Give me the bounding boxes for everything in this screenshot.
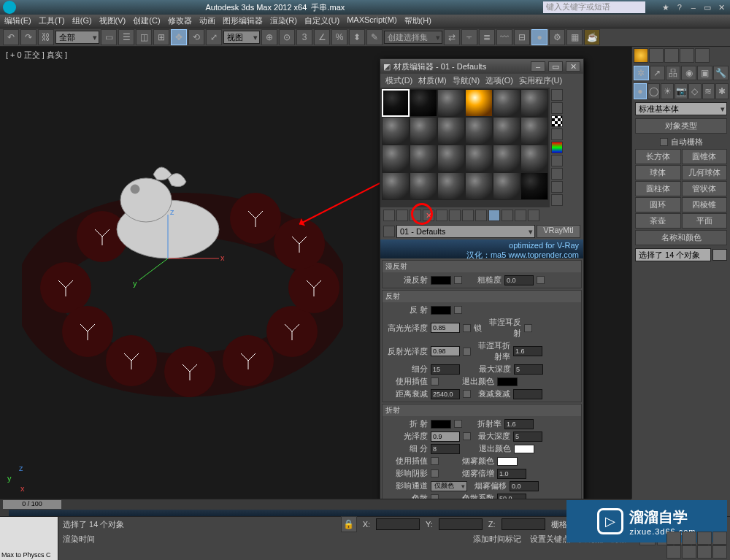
cameras-cat-icon[interactable]: 📷	[675, 83, 688, 99]
y-field[interactable]	[439, 518, 483, 530]
sphere-button[interactable]: 球体	[635, 165, 681, 180]
sample-slot[interactable]	[493, 145, 520, 172]
affect-channels-dropdown[interactable]: 仅颜色	[431, 481, 467, 491]
time-slider[interactable]: 0 / 100	[3, 500, 61, 509]
sample-slot[interactable]	[437, 89, 465, 117]
object-name-field[interactable]: 选择了 14 个对象	[635, 248, 711, 261]
put-to-library-icon[interactable]	[462, 210, 474, 221]
sample-slot[interactable]	[382, 89, 410, 117]
snap3d-icon[interactable]: 3	[296, 29, 312, 45]
roughness-map-slot[interactable]	[537, 276, 545, 284]
reflect-map-slot[interactable]	[454, 306, 462, 314]
sample-slot[interactable]	[493, 89, 520, 117]
modify-tab-icon[interactable]: ↗	[650, 66, 665, 80]
ior-spinner[interactable]: 1.6	[504, 419, 534, 429]
lights-cat-icon[interactable]: ☀	[661, 83, 674, 99]
tube-button[interactable]: 管状体	[682, 181, 728, 196]
material-id-icon[interactable]	[475, 210, 487, 221]
undo-icon[interactable]: ↶	[3, 29, 19, 45]
menu-view[interactable]: 视图(V)	[96, 15, 129, 28]
make-unique-icon[interactable]	[449, 210, 461, 221]
shelf-icon[interactable]	[695, 48, 710, 63]
material-name-field[interactable]: 01 - Defaults	[396, 225, 535, 238]
menu-animation[interactable]: 动画	[196, 15, 218, 28]
reflect-swatch[interactable]	[431, 306, 451, 315]
fresnel-check[interactable]	[524, 324, 532, 332]
fresnel-ior-spinner[interactable]: 1.6	[513, 346, 542, 356]
get-material-icon[interactable]	[383, 210, 395, 221]
fog-mult-spinner[interactable]: 1.0	[497, 469, 526, 479]
menu-tools[interactable]: 工具(T)	[36, 15, 68, 28]
schematic-icon[interactable]: ⊟	[514, 29, 530, 45]
refr-gloss-spinner[interactable]: 0.9	[431, 431, 460, 442]
geometry-type-dropdown[interactable]: 标准基本体	[635, 102, 727, 115]
sample-type-icon[interactable]	[551, 89, 563, 101]
refr-interp-check[interactable]	[431, 457, 439, 465]
window-crossing-icon[interactable]: ⊞	[153, 29, 169, 45]
show-map-icon[interactable]	[488, 210, 500, 221]
sample-slot[interactable]	[520, 172, 548, 200]
named-selset-dropdown[interactable]: 创建选择集	[384, 31, 442, 44]
refr-maxdepth-spinner[interactable]: 5	[513, 431, 542, 442]
minimize-icon[interactable]: –	[688, 3, 699, 12]
menu-maxscript[interactable]: MAXScript(M)	[344, 15, 399, 28]
diffuse-swatch[interactable]	[431, 276, 451, 285]
show-end-result-icon[interactable]	[502, 210, 513, 221]
maxscript-listener[interactable]: Max to Physcs C	[0, 517, 58, 560]
sample-slot[interactable]	[410, 145, 437, 172]
cone-button[interactable]: 圆锥体	[682, 149, 728, 164]
sample-slot[interactable]	[520, 145, 548, 172]
sample-slot[interactable]	[493, 172, 520, 200]
reflect-rollout-header[interactable]: 反射	[383, 291, 581, 302]
menu-rendering[interactable]: 渲染(R)	[267, 15, 300, 28]
fog-bias-spinner[interactable]: 0.0	[510, 481, 539, 491]
close-icon[interactable]: ✕	[715, 3, 727, 12]
material-editor-icon[interactable]: ●	[531, 29, 548, 45]
shelf-icon[interactable]	[664, 48, 679, 63]
object-color-swatch[interactable]	[712, 249, 727, 261]
sample-slot[interactable]	[520, 89, 548, 117]
snap-icon[interactable]: ⊙	[279, 29, 295, 45]
hierarchy-tab-icon[interactable]: 品	[666, 66, 681, 80]
affect-shadows-check[interactable]	[431, 469, 439, 477]
backlight-icon[interactable]	[551, 102, 563, 114]
pivot-icon[interactable]: ⊕	[261, 29, 277, 45]
selection-filter-dropdown[interactable]: 全部	[55, 31, 99, 44]
fog-color-swatch[interactable]	[497, 457, 518, 466]
dim-falloff-spinner[interactable]	[513, 389, 542, 399]
material-map-nav-icon[interactable]	[551, 194, 563, 206]
name-color-rollout[interactable]: 名称和颜色	[635, 230, 727, 245]
maximize-icon[interactable]: ▭	[548, 61, 563, 72]
lock-selection-icon[interactable]: 🔒	[341, 516, 357, 532]
box-button[interactable]: 长方体	[635, 149, 681, 164]
mirror-icon[interactable]: ⇄	[444, 29, 460, 45]
material-type-button[interactable]: VRayMtl	[537, 225, 580, 238]
refsys-dropdown[interactable]: 视图	[223, 31, 260, 44]
create-tab-icon[interactable]: ✲	[634, 66, 649, 80]
go-parent-icon[interactable]	[515, 210, 526, 221]
help-search-input[interactable]: 键入关键字或短语	[543, 1, 645, 13]
gloss-map-slot[interactable]	[463, 324, 471, 332]
light-lister-icon[interactable]	[634, 48, 648, 63]
sample-slot[interactable]	[382, 172, 410, 200]
shelf-icon[interactable]	[649, 48, 664, 63]
curve-editor-icon[interactable]: 〰	[496, 29, 512, 45]
me-menu-material[interactable]: 材质(M)	[416, 75, 449, 86]
layers-icon[interactable]: ≣	[479, 29, 495, 45]
material-editor-titlebar[interactable]: ◩ 材质编辑器 - 01 - Defaults – ▭ ✕	[380, 59, 583, 74]
assign-to-selection-icon[interactable]	[410, 210, 421, 221]
menu-edit[interactable]: 编辑(E)	[1, 15, 34, 28]
pan-icon[interactable]	[682, 545, 696, 559]
video-check-icon[interactable]	[551, 142, 563, 153]
maximize-icon[interactable]: ▭	[702, 3, 713, 12]
teapot-button[interactable]: 茶壶	[635, 213, 681, 229]
scale-icon[interactable]: ⤢	[206, 29, 222, 45]
options-icon[interactable]	[551, 168, 563, 180]
torus-button[interactable]: 圆环	[635, 197, 681, 212]
refr-subdiv-spinner[interactable]: 8	[431, 444, 460, 454]
reset-map-icon[interactable]: ✕	[423, 210, 434, 221]
sample-slot[interactable]	[493, 117, 520, 145]
sample-slot[interactable]	[410, 89, 437, 117]
sample-slot[interactable]	[410, 117, 437, 145]
go-sibling-icon[interactable]	[528, 210, 539, 221]
